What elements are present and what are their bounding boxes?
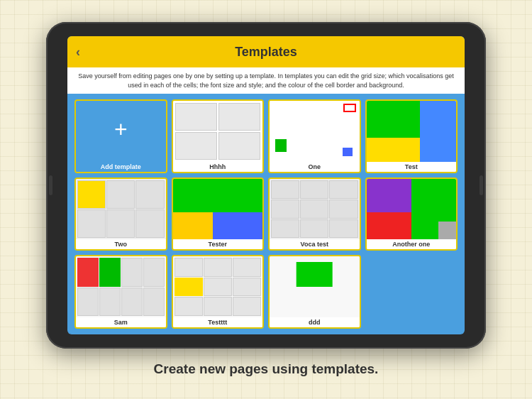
two-label: Two — [76, 239, 166, 249]
description-text: Save yourself from editing pages one by … — [67, 67, 465, 94]
screen: ‹ Templates Save yourself from editing p… — [67, 36, 465, 334]
voca-label: Voca test — [270, 239, 360, 249]
tablet-side-button — [49, 175, 52, 195]
one-preview — [270, 101, 360, 162]
template-card-sam[interactable]: Sam — [74, 255, 167, 329]
template-card-hhhh[interactable]: Hhhh — [172, 99, 265, 173]
tester-preview — [173, 179, 263, 240]
voca-preview — [270, 179, 360, 240]
bottom-caption: Create new pages using templates. — [154, 361, 379, 377]
back-button[interactable]: ‹ — [76, 45, 80, 60]
template-card-two[interactable]: Two — [74, 177, 167, 251]
template-card-test[interactable]: Test — [365, 99, 458, 173]
hhhh-label: Hhhh — [173, 162, 263, 172]
testttt-label: Testttt — [173, 317, 263, 327]
another-preview — [367, 179, 457, 240]
add-template-card[interactable]: + Add template — [74, 99, 167, 173]
template-card-one[interactable]: One — [268, 99, 361, 173]
test-preview — [367, 101, 457, 162]
tablet-home-button — [480, 175, 483, 195]
header-bar: ‹ Templates — [67, 36, 465, 67]
add-template-label: Add template — [76, 162, 166, 172]
template-card-voca-test[interactable]: Voca test — [268, 177, 361, 251]
ddd-label: ddd — [270, 317, 360, 327]
template-card-tester[interactable]: Tester — [172, 177, 265, 251]
plus-icon: + — [114, 116, 128, 143]
testttt-preview — [173, 256, 263, 317]
tablet-shell: ‹ Templates Save yourself from editing p… — [46, 22, 486, 349]
page-title: Templates — [235, 45, 297, 60]
template-card-ddd[interactable]: ddd — [268, 255, 361, 329]
another-label: Another one — [367, 239, 457, 249]
tester-label: Tester — [173, 239, 263, 249]
hhhh-preview — [173, 101, 263, 162]
templates-grid: + Add template Hhhh One — [67, 94, 465, 334]
back-icon: ‹ — [76, 45, 80, 59]
template-card-testttt[interactable]: Testttt — [172, 255, 265, 329]
add-template-preview: + — [76, 101, 166, 162]
two-preview — [76, 179, 166, 240]
sam-label: Sam — [76, 317, 166, 327]
ddd-preview — [270, 256, 360, 317]
test-label: Test — [367, 162, 457, 172]
sam-preview — [76, 256, 166, 317]
template-card-another-one[interactable]: Another one — [365, 177, 458, 251]
one-label: One — [270, 162, 360, 172]
